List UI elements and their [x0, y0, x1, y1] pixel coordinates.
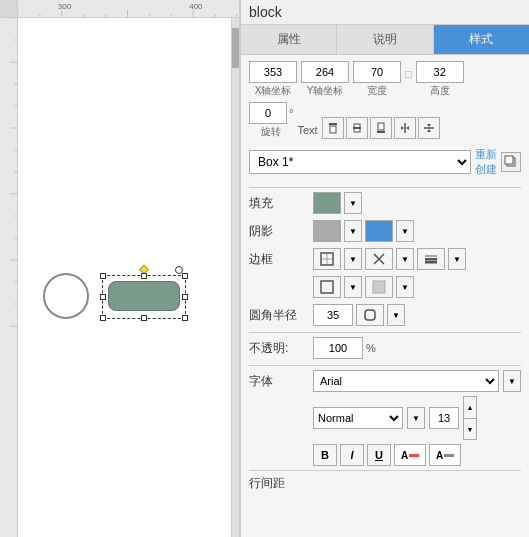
- recreate-link[interactable]: 重新创建: [475, 147, 497, 177]
- border-section: 边框 ▼ ▼ ▼: [249, 248, 521, 298]
- opacity-input[interactable]: [313, 337, 363, 359]
- opacity-label: 不透明:: [249, 340, 309, 357]
- font-family-select[interactable]: Arial: [313, 370, 499, 392]
- panel-header: block: [241, 0, 529, 25]
- canvas-area[interactable]: 300 400: [0, 0, 240, 537]
- font-style-select[interactable]: Normal: [313, 407, 403, 429]
- handle-top-left[interactable]: [100, 273, 106, 279]
- tab-style[interactable]: 样式: [434, 25, 529, 54]
- canvas-content[interactable]: [18, 18, 239, 537]
- shadow-color2-swatch[interactable]: [365, 220, 393, 242]
- height-group: 高度: [416, 61, 464, 98]
- rotation-input[interactable]: [249, 102, 287, 124]
- align-btn-group: [322, 117, 440, 139]
- shadow-color-swatch[interactable]: [313, 220, 341, 242]
- shadow-row: 阴影 ▼ ▼: [249, 220, 521, 242]
- border-radius-btn[interactable]: [356, 304, 384, 326]
- text-color-btn[interactable]: A: [394, 444, 426, 466]
- shadow-controls: ▼ ▼: [313, 220, 521, 242]
- handle-bottom-left[interactable]: [100, 315, 106, 321]
- text-bgcolor-btn[interactable]: A: [429, 444, 461, 466]
- border-none-dropdown[interactable]: ▼: [396, 276, 414, 298]
- style-select[interactable]: Box 1*: [249, 150, 471, 174]
- width-input[interactable]: [353, 61, 401, 83]
- border-width-dropdown[interactable]: ▼: [448, 248, 466, 270]
- border-color-btn[interactable]: [365, 248, 393, 270]
- border-controls: ▼ ▼ ▼: [313, 248, 521, 270]
- opacity-row: 不透明: %: [249, 337, 521, 359]
- border-outside-btn[interactable]: [313, 276, 341, 298]
- border-color-dropdown[interactable]: ▼: [396, 248, 414, 270]
- canvas-scrollbar[interactable]: [231, 18, 239, 537]
- font-size-down-arrow[interactable]: ▼: [463, 418, 477, 440]
- tab-description[interactable]: 说明: [337, 25, 433, 54]
- percent-symbol: %: [366, 342, 376, 354]
- flip-v-btn[interactable]: [418, 117, 440, 139]
- border-radius-controls: ▼: [313, 304, 521, 326]
- border-width-btn[interactable]: [417, 248, 445, 270]
- rotation-row: ° 旋转 Text: [249, 102, 521, 139]
- degree-symbol: °: [289, 107, 293, 119]
- border-all-dropdown[interactable]: ▼: [344, 248, 362, 270]
- ruler-vertical: [0, 18, 18, 537]
- fill-row: 填充 ▼: [249, 192, 521, 214]
- svg-rect-32: [377, 131, 385, 133]
- lock-icon: □: [405, 68, 412, 80]
- border-radius-dropdown[interactable]: ▼: [387, 304, 405, 326]
- border-radius-input[interactable]: [313, 304, 353, 326]
- underline-btn[interactable]: U: [367, 444, 391, 466]
- rotation-label: 旋转: [261, 125, 281, 139]
- svg-text:300: 300: [58, 1, 72, 10]
- text-format-row: B I U A A: [249, 444, 521, 466]
- x-input[interactable]: [249, 61, 297, 83]
- font-size-up-arrow[interactable]: ▲: [463, 396, 477, 418]
- handle-bottom-right[interactable]: [182, 315, 188, 321]
- shadow-color2-dropdown[interactable]: ▼: [396, 220, 414, 242]
- border-none-btn[interactable]: [365, 276, 393, 298]
- handle-mid-right[interactable]: [182, 294, 188, 300]
- opacity-controls: %: [313, 337, 521, 359]
- svg-rect-28: [329, 123, 337, 125]
- font-family-arrow[interactable]: ▼: [503, 370, 521, 392]
- align-top-btn[interactable]: [322, 117, 344, 139]
- y-input[interactable]: [301, 61, 349, 83]
- text-bgcolor-indicator: [444, 454, 454, 457]
- font-style-row: Normal ▼ ▲ ▼: [249, 396, 521, 440]
- shape-circle[interactable]: [43, 273, 89, 319]
- text-color-indicator: [409, 454, 419, 457]
- height-input[interactable]: [416, 61, 464, 83]
- svg-rect-29: [330, 126, 336, 133]
- selection-box: [102, 275, 186, 319]
- panel-title: block: [249, 4, 282, 20]
- svg-marker-35: [401, 126, 404, 130]
- ruler-h-ticks: 300 400: [18, 0, 239, 18]
- shadow-dropdown[interactable]: ▼: [344, 220, 362, 242]
- fill-dropdown[interactable]: ▼: [344, 192, 362, 214]
- copy-style-btn[interactable]: [501, 152, 521, 172]
- flip-h-btn[interactable]: [394, 117, 416, 139]
- style-name-row: Box 1* 重新创建: [249, 147, 521, 181]
- fill-color-swatch[interactable]: [313, 192, 341, 214]
- line-spacing-label: 行间距: [249, 475, 309, 492]
- align-bottom-btn[interactable]: [370, 117, 392, 139]
- tab-properties[interactable]: 属性: [241, 25, 337, 54]
- border-label: 边框: [249, 251, 309, 268]
- font-row: 字体 Arial ▼: [249, 370, 521, 392]
- italic-btn[interactable]: I: [340, 444, 364, 466]
- handle-bottom-mid[interactable]: [141, 315, 147, 321]
- border-all-btn[interactable]: [313, 248, 341, 270]
- height-label: 高度: [416, 84, 464, 98]
- font-size-input[interactable]: [429, 407, 459, 429]
- handle-mid-left[interactable]: [100, 294, 106, 300]
- handle-top-mid[interactable]: [141, 273, 147, 279]
- width-label: 宽度: [353, 84, 401, 98]
- panel-body[interactable]: X轴坐标 Y轴坐标 宽度 □ 高度 °: [241, 55, 529, 537]
- bold-btn[interactable]: B: [313, 444, 337, 466]
- svg-rect-41: [505, 156, 513, 164]
- ruler-corner: [0, 0, 18, 18]
- canvas-scrollbar-thumb[interactable]: [232, 28, 239, 68]
- border-outside-dropdown[interactable]: ▼: [344, 276, 362, 298]
- align-middle-btn[interactable]: [346, 117, 368, 139]
- handle-top-right[interactable]: [182, 273, 188, 279]
- font-style-arrow[interactable]: ▼: [407, 407, 425, 429]
